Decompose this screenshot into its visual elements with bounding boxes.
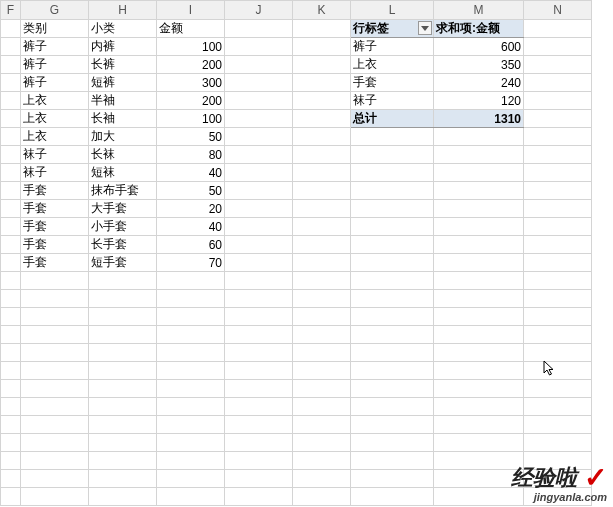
cell[interactable]: [89, 434, 157, 452]
cell[interactable]: [434, 128, 524, 146]
cell[interactable]: [524, 182, 592, 200]
cell[interactable]: [1, 380, 21, 398]
cell-subcategory[interactable]: 大手套: [89, 200, 157, 218]
col-header-M[interactable]: M: [434, 1, 524, 20]
cell[interactable]: [1, 308, 21, 326]
cell[interactable]: [1, 182, 21, 200]
cell[interactable]: [524, 236, 592, 254]
pivot-row-label[interactable]: 袜子: [351, 92, 434, 110]
cell[interactable]: [434, 146, 524, 164]
cell[interactable]: [225, 236, 293, 254]
pivot-row-label[interactable]: 上衣: [351, 56, 434, 74]
cell[interactable]: [293, 164, 351, 182]
header-subcategory[interactable]: 小类: [89, 20, 157, 38]
cell[interactable]: [351, 272, 434, 290]
cell-category[interactable]: 裤子: [21, 74, 89, 92]
cell[interactable]: [157, 380, 225, 398]
cell[interactable]: [89, 488, 157, 506]
cell-category[interactable]: 手套: [21, 236, 89, 254]
col-header-G[interactable]: G: [21, 1, 89, 20]
cell[interactable]: [157, 308, 225, 326]
col-header-F[interactable]: F: [1, 1, 21, 20]
cell[interactable]: [157, 470, 225, 488]
cell[interactable]: [21, 380, 89, 398]
header-category[interactable]: 类别: [21, 20, 89, 38]
pivot-row-label[interactable]: 手套: [351, 74, 434, 92]
cell[interactable]: [1, 146, 21, 164]
cell[interactable]: [225, 164, 293, 182]
cell[interactable]: [524, 254, 592, 272]
cell[interactable]: [293, 452, 351, 470]
cell[interactable]: [225, 92, 293, 110]
cell[interactable]: [21, 344, 89, 362]
cell[interactable]: [21, 452, 89, 470]
cell[interactable]: [524, 398, 592, 416]
cell[interactable]: [1, 164, 21, 182]
cell[interactable]: [434, 362, 524, 380]
cell[interactable]: [1, 290, 21, 308]
cell[interactable]: [225, 452, 293, 470]
col-header-K[interactable]: K: [293, 1, 351, 20]
cell[interactable]: [89, 416, 157, 434]
pivot-row-value[interactable]: 240: [434, 74, 524, 92]
cell[interactable]: [434, 200, 524, 218]
cell[interactable]: [434, 290, 524, 308]
cell[interactable]: [157, 362, 225, 380]
cell[interactable]: [524, 416, 592, 434]
cell[interactable]: [157, 344, 225, 362]
cell[interactable]: [351, 182, 434, 200]
cell[interactable]: [225, 218, 293, 236]
cell[interactable]: [351, 344, 434, 362]
cell[interactable]: [524, 200, 592, 218]
cell[interactable]: [293, 416, 351, 434]
cell[interactable]: [225, 470, 293, 488]
cell-subcategory[interactable]: 加大: [89, 128, 157, 146]
cell[interactable]: [1, 272, 21, 290]
cell-category[interactable]: 上衣: [21, 128, 89, 146]
cell[interactable]: [225, 326, 293, 344]
cell-amount[interactable]: 50: [157, 182, 225, 200]
cell[interactable]: [157, 326, 225, 344]
cell[interactable]: [434, 344, 524, 362]
cell-subcategory[interactable]: 长裤: [89, 56, 157, 74]
cell[interactable]: [351, 164, 434, 182]
cell[interactable]: [21, 488, 89, 506]
cell[interactable]: [293, 308, 351, 326]
cell[interactable]: [89, 470, 157, 488]
cell[interactable]: [1, 20, 21, 38]
cell[interactable]: [293, 254, 351, 272]
cell[interactable]: [293, 146, 351, 164]
cell[interactable]: [293, 92, 351, 110]
cell[interactable]: [351, 452, 434, 470]
cell[interactable]: [157, 398, 225, 416]
cell[interactable]: [225, 380, 293, 398]
cell-subcategory[interactable]: 内裤: [89, 38, 157, 56]
cell[interactable]: [524, 434, 592, 452]
cell[interactable]: [225, 434, 293, 452]
cell-subcategory[interactable]: 短袜: [89, 164, 157, 182]
cell-category[interactable]: 上衣: [21, 110, 89, 128]
cell[interactable]: [1, 74, 21, 92]
header-amount[interactable]: 金额: [157, 20, 225, 38]
cell[interactable]: [225, 200, 293, 218]
cell-category[interactable]: 裤子: [21, 56, 89, 74]
cell-amount[interactable]: 40: [157, 164, 225, 182]
cell-amount[interactable]: 60: [157, 236, 225, 254]
cell[interactable]: [524, 56, 592, 74]
cell[interactable]: [225, 308, 293, 326]
cell[interactable]: [21, 470, 89, 488]
cell[interactable]: [1, 362, 21, 380]
cell-amount[interactable]: 200: [157, 92, 225, 110]
cell[interactable]: [524, 308, 592, 326]
cell[interactable]: [1, 434, 21, 452]
cell[interactable]: [21, 398, 89, 416]
cell[interactable]: [293, 398, 351, 416]
cell[interactable]: [524, 128, 592, 146]
cell-subcategory[interactable]: 长袜: [89, 146, 157, 164]
cell[interactable]: [434, 182, 524, 200]
cell[interactable]: [524, 380, 592, 398]
col-header-H[interactable]: H: [89, 1, 157, 20]
pivot-total-label[interactable]: 总计: [351, 110, 434, 128]
cell[interactable]: [1, 110, 21, 128]
cell[interactable]: [524, 272, 592, 290]
